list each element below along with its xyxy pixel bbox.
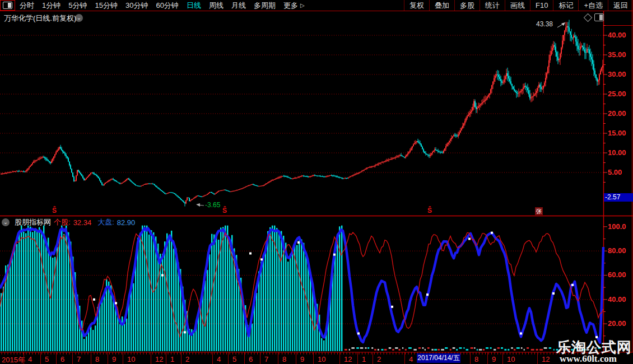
timeline-separator (357, 352, 358, 364)
period-item-1分钟[interactable]: 1分钟 (42, 1, 60, 11)
timeline-separator (166, 352, 166, 364)
period-item-月线[interactable]: 月线 (231, 1, 246, 11)
ind-y-tick-100: 100.0 (608, 222, 626, 231)
timeline-label-10: 10 (507, 355, 515, 363)
timeline-label-4: 4 (217, 355, 221, 363)
action-返回[interactable]: 返回 (608, 0, 633, 11)
ind-y-tick-20: 20.00 (608, 319, 626, 328)
timeline-label-7: 7 (77, 355, 81, 363)
timeline-label-5: 5 (45, 355, 49, 363)
timeline-label-2: 2 (185, 355, 189, 363)
timeline-separator (244, 352, 245, 364)
main-y-tick-40: 40.00 (608, 31, 626, 39)
period-item-60分钟[interactable]: 60分钟 (156, 1, 178, 11)
timeline-separator (151, 352, 151, 364)
timeline-separator (487, 352, 488, 364)
diamond-icon[interactable] (584, 13, 593, 22)
timeline-separator (72, 352, 73, 364)
chart-canvas (0, 0, 633, 364)
timeline-label-7: 7 (264, 355, 268, 363)
main-y-tick-20: 20.00 (608, 109, 626, 118)
action-统计[interactable]: 统计 (480, 0, 505, 11)
period-item-5分钟[interactable]: 5分钟 (68, 1, 87, 11)
action-叠加[interactable]: 叠加 (429, 0, 454, 11)
timeline-label-1: 1 (170, 355, 174, 363)
action-F10[interactable]: F10 (530, 0, 553, 11)
timeline-label-1: 1 (362, 355, 366, 363)
signal-zhang-marker: 张 (535, 207, 543, 215)
period-item-分时[interactable]: 分时 (20, 1, 34, 11)
main-y-tick-25: 25.00 (608, 90, 626, 98)
signal-s-marker: Ŝ (427, 207, 432, 214)
timeline-label-8: 8 (282, 355, 286, 363)
trading-app-window: 分时1分钟5分钟15分钟30分钟60分钟日线周线月线多周期 更多 ▷ 复权叠加多… (0, 0, 633, 364)
timeline-label-12: 12 (344, 355, 352, 363)
timeline-separator (296, 352, 296, 364)
timeline-separator (212, 352, 213, 364)
low-price-annotation: -3.65 (205, 201, 220, 209)
timeline-separator (278, 352, 278, 364)
indicator-header: ⌄ 股朋指标网 个股: 32.34 大盘: 82.90 (2, 217, 135, 227)
timeline-separator (373, 352, 373, 364)
last-value-marker: -2.57 (604, 193, 633, 202)
period-item-15分钟[interactable]: 15分钟 (95, 1, 117, 11)
series1-label: 个股: (54, 217, 71, 227)
period-item-30分钟[interactable]: 30分钟 (125, 1, 148, 11)
timeline-separator (537, 352, 538, 364)
more-menu[interactable]: 更多 ▷ (283, 1, 305, 11)
main-y-tick-30: 30.00 (608, 70, 626, 78)
series2-value: 82.90 (117, 218, 136, 227)
signal-s-marker: Ŝ (222, 207, 227, 214)
more-arrow-icon: ▷ (300, 2, 305, 8)
timeline-label-4: 4 (409, 355, 413, 363)
ind-y-tick-60: 60.00 (608, 270, 626, 279)
crosshair-date-box: 2017/04/14/五 (417, 353, 460, 363)
split-view-icon-small[interactable] (594, 13, 604, 21)
collapse-panel-icon[interactable]: ⌄ (2, 218, 10, 226)
timeline-label-12: 12 (542, 355, 550, 363)
timeline-separator (123, 352, 123, 364)
timeline-label-6: 6 (60, 355, 64, 363)
ind-y-tick-80: 80.00 (608, 246, 626, 255)
timeline-separator (228, 352, 229, 364)
ind-y-tick-40: 40.00 (608, 295, 626, 304)
timeline-label-2: 2 (377, 355, 381, 363)
main-y-tick-10: 10.00 (608, 148, 626, 157)
timeline-separator (313, 352, 314, 364)
period-item-周线[interactable]: 周线 (209, 1, 224, 11)
timeline-label-10: 10 (318, 355, 325, 363)
timeline-label-4: 4 (28, 355, 32, 363)
action-多股[interactable]: 多股 (454, 0, 480, 11)
title-row: 万华化学(日线.前复权) ⌄ (0, 11, 633, 25)
timeline-separator (339, 352, 340, 364)
watermark-url: www.60lt.com (560, 353, 617, 364)
timeline-separator (404, 352, 405, 364)
timeline-label-8: 8 (474, 355, 478, 363)
timeline-separator (260, 352, 260, 364)
timeline-label-9: 9 (300, 355, 304, 363)
series1-value: 32.34 (73, 218, 92, 227)
action-+自选[interactable]: +自选 (578, 0, 608, 11)
action-标记[interactable]: 标记 (553, 0, 578, 11)
timeline-label-2015年: 2015年 (2, 355, 25, 364)
timeline-label-6: 6 (249, 355, 253, 363)
window-layout-button[interactable] (0, 0, 15, 11)
period-item-日线[interactable]: 日线 (187, 1, 201, 11)
timeline-separator (181, 352, 181, 364)
timeline-separator (108, 352, 108, 364)
timeline-label-5: 5 (232, 355, 236, 363)
timeline-label-9: 9 (492, 355, 496, 363)
period-item-多周期[interactable]: 多周期 (254, 1, 276, 11)
timeline-separator (91, 352, 91, 364)
more-label: 更多 (283, 1, 298, 11)
timeline-separator (56, 352, 57, 364)
period-menu: 分时1分钟5分钟15分钟30分钟60分钟日线周线月线多周期 (20, 1, 276, 11)
toolbar-actions: 复权叠加多股统计画线F10标记+自选返回 (404, 0, 633, 11)
split-view-icon (3, 2, 12, 9)
top-toolbar: 分时1分钟5分钟15分钟30分钟60分钟日线周线月线多周期 更多 ▷ 复权叠加多… (0, 0, 633, 11)
action-复权[interactable]: 复权 (404, 0, 429, 11)
stock-title: 万华化学(日线.前复权) (4, 13, 76, 24)
action-画线[interactable]: 画线 (505, 0, 530, 11)
time-axis: 2017/04/14/五 2015年4567891012124567891012… (0, 352, 633, 364)
timeline-label-9: 9 (112, 355, 116, 363)
